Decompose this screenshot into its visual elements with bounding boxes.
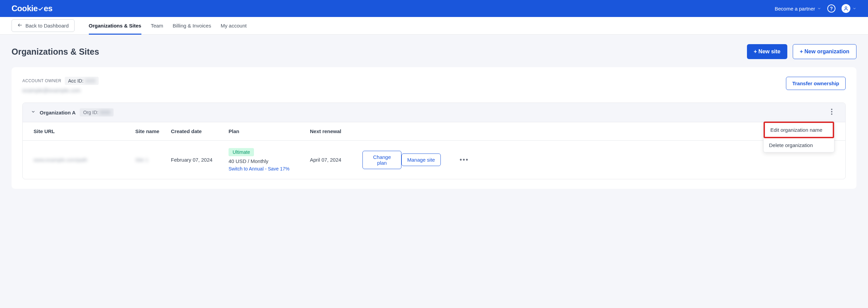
chevron-down-icon (817, 6, 821, 12)
organization-header: Organization A Org ID: 0000 (23, 103, 845, 122)
owner-top: ACCOUNT OWNER Acc ID: 1523 (22, 77, 99, 85)
account-owner-label: ACCOUNT OWNER (22, 78, 61, 83)
nav-bar: Back to Dashboard Organizations & Sites … (0, 17, 868, 35)
delete-organization-item[interactable]: Delete organization (764, 138, 834, 152)
header-actions: + New site + New organization (747, 44, 856, 59)
row-menu-button[interactable]: ••• (456, 156, 473, 164)
logo-check-icon (38, 4, 44, 14)
tab-team[interactable]: Team (151, 17, 163, 34)
change-plan-button[interactable]: Change plan (362, 151, 401, 169)
edit-organization-name-item[interactable]: Edit organization name (764, 122, 834, 138)
avatar-icon (842, 4, 850, 13)
plan-price: 40 USD / Monthly (229, 158, 269, 164)
plan-badge: Ultimate (229, 148, 254, 156)
table-row: www.example.com/path Site 1 February 07,… (23, 141, 845, 179)
tab-billing-invoices[interactable]: Billing & Invoices (173, 17, 211, 34)
organization-id-badge: Org ID: 0000 (80, 108, 114, 116)
svg-point-0 (845, 7, 847, 8)
organization-dropdown-menu: Edit organization name Delete organizati… (763, 121, 834, 152)
col-site-url: Site URL (34, 128, 135, 134)
header-right: Become a partner ? (775, 4, 856, 13)
chevron-down-icon[interactable] (31, 109, 36, 115)
col-created-date: Created date (171, 128, 229, 134)
owner-row: ACCOUNT OWNER Acc ID: 1523 example@examp… (22, 77, 846, 94)
tab-organizations-sites[interactable]: Organizations & Sites (89, 17, 141, 34)
col-next-renewal: Next renewal (310, 128, 362, 134)
page-header: Organizations & Sites + New site + New o… (12, 44, 856, 59)
owner-email: example@example.com (22, 88, 99, 94)
svg-point-2 (831, 109, 832, 110)
logo[interactable]: Cookiees (12, 4, 53, 13)
page-title: Organizations & Sites (12, 47, 99, 57)
col-site-name: Site name (135, 128, 171, 134)
page-container: Organizations & Sites + New site + New o… (0, 35, 868, 198)
switch-to-annual-link[interactable]: Switch to Annual - Save 17% (229, 166, 290, 171)
cell-site-name: Site 1 (135, 157, 171, 163)
cell-plan: Ultimate 40 USD / Monthly Switch to Annu… (229, 148, 310, 171)
manage-site-button[interactable]: Manage site (401, 153, 441, 166)
become-partner-link[interactable]: Become a partner (775, 6, 821, 12)
arrow-left-icon (17, 22, 23, 29)
new-site-button[interactable]: + New site (747, 44, 787, 59)
svg-point-4 (831, 113, 832, 115)
help-icon[interactable]: ? (827, 4, 835, 13)
transfer-ownership-button[interactable]: Transfer ownership (786, 77, 846, 90)
cell-site-url: www.example.com/path (34, 157, 135, 163)
col-plan: Plan (229, 128, 310, 134)
svg-point-3 (831, 111, 832, 112)
cell-created-date: February 07, 2024 (171, 157, 229, 163)
organization-name: Organization A (40, 110, 76, 115)
organization-menu-button[interactable] (830, 107, 834, 117)
chevron-down-icon (852, 6, 856, 12)
table-header: Site URL Site name Created date Plan Nex… (23, 122, 845, 141)
user-menu[interactable] (842, 4, 856, 13)
new-organization-button[interactable]: + New organization (793, 44, 856, 59)
organization-section: Organization A Org ID: 0000 Edit organiz… (22, 103, 846, 179)
back-to-dashboard-button[interactable]: Back to Dashboard (12, 19, 75, 32)
top-header: Cookiees Become a partner ? (0, 0, 868, 17)
tab-my-account[interactable]: My account (221, 17, 247, 34)
owner-info: ACCOUNT OWNER Acc ID: 1523 example@examp… (22, 77, 99, 94)
cell-next-renewal: April 07, 2024 (310, 157, 362, 163)
account-id-badge: Acc ID: 1523 (65, 77, 99, 85)
org-card: ACCOUNT OWNER Acc ID: 1523 example@examp… (12, 67, 856, 189)
nav-tabs: Organizations & Sites Team Billing & Inv… (89, 17, 247, 34)
